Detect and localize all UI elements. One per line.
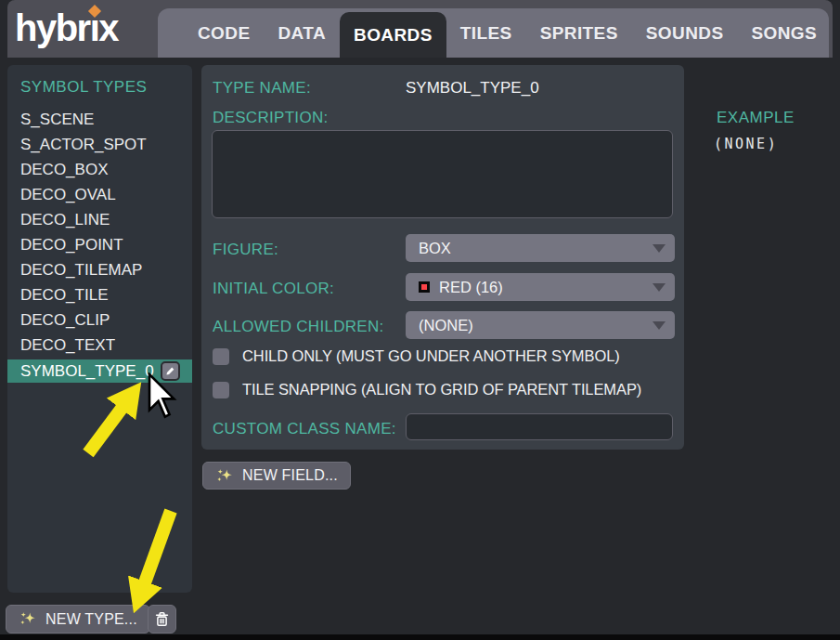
figure-label: FIGURE: [213, 241, 278, 259]
type-name-label: TYPE NAME: [213, 79, 311, 98]
color-swatch [419, 281, 430, 293]
tab-sounds[interactable]: SOUNDS [632, 8, 738, 58]
initial-color-value: RED (16) [439, 279, 503, 296]
logo-text: hybr [15, 7, 90, 48]
child-only-checkbox[interactable] [213, 348, 229, 365]
chevron-down-icon [653, 244, 666, 253]
sparkles-icon [215, 466, 235, 486]
figure-value: BOX [419, 240, 451, 257]
tab-sprites[interactable]: SPRITES [526, 8, 632, 58]
selected-item-label: SYMBOL_TYPE_0 [20, 359, 154, 384]
allowed-children-value: (NONE) [419, 317, 473, 334]
list-item[interactable]: S_ACTOR_SPOT [7, 133, 192, 158]
symbol-types-panel: SYMBOL TYPES S_SCENE S_ACTOR_SPOT DECO_B… [7, 65, 192, 593]
app-logo: hybrıx [15, 4, 118, 52]
chevron-down-icon [653, 283, 666, 292]
description-textarea[interactable] [212, 130, 673, 218]
list-item-selected[interactable]: SYMBOL_TYPE_0 [7, 359, 192, 383]
example-value: (NONE) [714, 136, 778, 152]
bottom-edge [0, 634, 840, 640]
new-type-label: NEW TYPE... [45, 611, 137, 628]
logo-text-end: x [98, 7, 118, 48]
allowed-children-label: ALLOWED CHILDREN: [213, 318, 384, 336]
custom-class-label: CUSTOM CLASS NAME: [213, 420, 396, 438]
description-label: DESCRIPTION: [213, 109, 329, 127]
chevron-down-icon [653, 321, 666, 330]
symbol-type-list: S_SCENE S_ACTOR_SPOT DECO_BOX DECO_OVAL … [7, 108, 192, 384]
trash-icon [153, 610, 171, 628]
type-editor-panel: TYPE NAME: SYMBOL_TYPE_0 DESCRIPTION: FI… [201, 65, 684, 450]
figure-dropdown[interactable]: BOX [406, 234, 675, 262]
tab-data[interactable]: DATA [265, 8, 341, 58]
tab-code[interactable]: CODE [184, 8, 265, 58]
list-item[interactable]: DECO_CLIP [7, 308, 192, 333]
tab-tiles[interactable]: TILES [446, 8, 526, 58]
tab-boards[interactable]: BOARDS [340, 12, 446, 58]
new-field-button[interactable]: NEW FIELD... [202, 462, 351, 490]
tab-songs[interactable]: SONGS [737, 8, 831, 58]
custom-class-input[interactable] [406, 413, 673, 440]
new-type-button[interactable]: NEW TYPE... [6, 605, 150, 633]
header-bar: hybrıx CODE DATA BOARDS TILES SPRITES SO… [7, 0, 833, 58]
hybrix-app: hybrıx CODE DATA BOARDS TILES SPRITES SO… [0, 0, 840, 640]
type-name-value: SYMBOL_TYPE_0 [406, 79, 539, 98]
initial-color-label: INITIAL COLOR: [213, 280, 334, 298]
child-only-label: CHILD ONLY (MUST GO UNDER ANOTHER SYMBOL… [242, 347, 620, 365]
example-title: EXAMPLE [717, 109, 795, 127]
tile-snapping-label: TILE SNAPPING (ALIGN TO GRID OF PARENT T… [242, 381, 641, 398]
tile-snapping-checkbox[interactable] [213, 382, 229, 398]
list-item[interactable]: DECO_POINT [7, 233, 192, 258]
list-item[interactable]: DECO_TEXT [7, 333, 192, 359]
edit-type-button[interactable] [161, 361, 180, 381]
symbol-types-title: SYMBOL TYPES [20, 78, 147, 97]
child-only-row: CHILD ONLY (MUST GO UNDER ANOTHER SYMBOL… [213, 347, 620, 365]
delete-type-button[interactable] [148, 605, 176, 633]
initial-color-dropdown[interactable]: RED (16) [406, 273, 675, 301]
tile-snapping-row: TILE SNAPPING (ALIGN TO GRID OF PARENT T… [213, 381, 641, 398]
list-item[interactable]: DECO_TILEMAP [7, 258, 192, 283]
main-nav: CODE DATA BOARDS TILES SPRITES SOUNDS SO… [158, 8, 829, 58]
allowed-children-dropdown[interactable]: (NONE) [406, 311, 675, 339]
list-item[interactable]: DECO_TILE [7, 283, 192, 308]
list-item[interactable]: DECO_OVAL [7, 183, 192, 208]
sparkles-icon [19, 609, 38, 629]
new-field-label: NEW FIELD... [242, 467, 338, 484]
list-item[interactable]: S_SCENE [7, 108, 192, 133]
list-item[interactable]: DECO_LINE [7, 208, 192, 233]
pencil-icon [164, 365, 176, 377]
list-item[interactable]: DECO_BOX [7, 158, 192, 183]
